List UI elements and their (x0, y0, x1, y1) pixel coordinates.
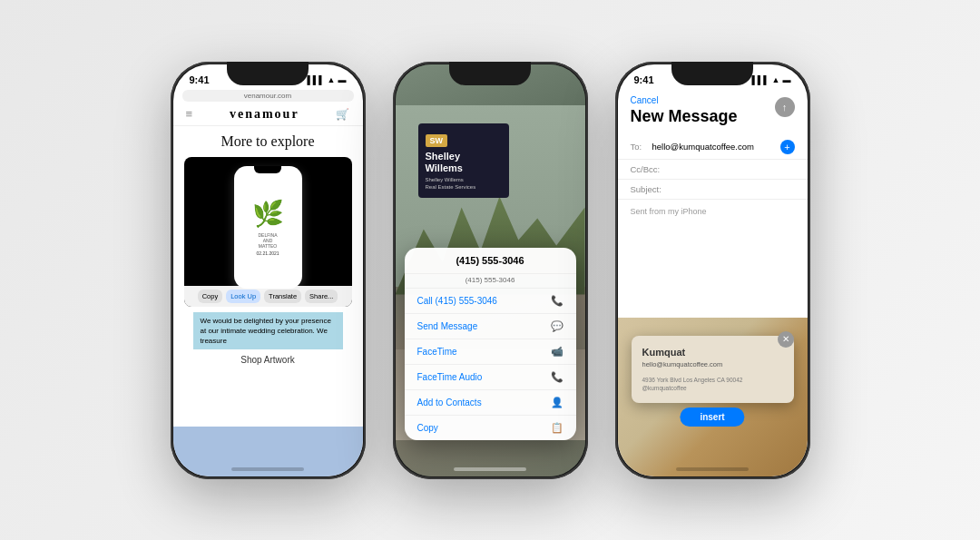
card-background: Kumquat hello@kumquatcoffee.com 4936 Yor… (618, 318, 808, 476)
business-card-area: Kumquat hello@kumquatcoffee.com 4936 Yor… (618, 318, 808, 476)
popup-copy[interactable]: Copy 📋 (405, 416, 576, 440)
to-value: hello@kumquatcoffee.com (652, 142, 754, 152)
url-text: venamour.com (244, 92, 291, 100)
inner-card-text: DELFINAANDMATTEO (258, 232, 277, 249)
logo: venamour (230, 107, 299, 122)
leaves-decoration: 🌿 (252, 199, 284, 229)
facetime-label: FaceTime (417, 347, 457, 357)
close-card-button[interactable]: ✕ (778, 331, 794, 348)
contact-popup: (415) 555-3046 (415) 555-3046 Call (415)… (405, 248, 576, 440)
popup-phone-number: (415) 555-3046 (405, 248, 576, 274)
wifi-icon: ▲ (328, 75, 336, 84)
main-scene: 9:41 ▌▌▌ ▲ ▬ venamour.com ≡ venamour 🛒 M… (0, 0, 980, 540)
ctx-copy[interactable]: Copy (198, 290, 223, 303)
status-bar-1: 9:41 ▌▌▌ ▲ ▬ (173, 64, 363, 90)
hamburger-icon[interactable]: ≡ (186, 107, 193, 121)
signal-icon: ▌▌▌ (307, 75, 324, 84)
phone1-content: More to explore 🌿 DELFINAANDMATTEO 02.21… (173, 126, 363, 373)
insert-button[interactable]: insert (680, 407, 744, 427)
cart-icon[interactable]: 🛒 (336, 108, 349, 121)
popup-call[interactable]: Call (415) 555-3046 📞 (405, 289, 576, 314)
send-button[interactable]: ↑ (775, 97, 795, 117)
status-icons-3: ▌▌▌ ▲ ▬ (751, 75, 790, 84)
call-icon: 📞 (551, 295, 564, 307)
message-icon: 💬 (551, 320, 564, 332)
facetime-icon: 📹 (551, 346, 564, 358)
add-recipient-button[interactable]: + (780, 140, 795, 154)
biz-card-email: hello@kumquatcoffee.com (642, 360, 783, 368)
ctx-share[interactable]: Share... (305, 290, 338, 303)
time-1: 9:41 (190, 74, 210, 85)
call-label: Call (415) 555-3046 (417, 296, 497, 306)
cc-bcc-field[interactable]: Cc/Bcc: (618, 160, 808, 180)
facetime-audio-icon: 📞 (551, 371, 564, 383)
status-bar-2 (396, 64, 585, 90)
heading: More to explore (184, 133, 352, 150)
inner-phone: 🌿 DELFINAANDMATTEO 02.21.2021 (234, 166, 302, 289)
highlighted-text: We would be delighted by your presence a… (193, 312, 343, 350)
ctx-lookup[interactable]: Look Up (226, 290, 260, 303)
biz-card-address: 4936 York Blvd Los Angeles CA 90042@kumq… (642, 376, 783, 392)
copy-icon: 📋 (551, 422, 564, 434)
time-3: 9:41 (634, 74, 654, 85)
wifi-icon-3: ▲ (772, 75, 780, 84)
email-body[interactable]: Sent from my iPhone (618, 200, 808, 223)
subject-label: Subject: (631, 184, 662, 194)
phone-3: 9:41 ▌▌▌ ▲ ▬ Cancel New Message ↑ To: he… (615, 62, 810, 479)
phone-1: 9:41 ▌▌▌ ▲ ▬ venamour.com ≡ venamour 🛒 M… (171, 62, 366, 479)
battery-icon: ▬ (338, 75, 347, 84)
to-field[interactable]: To: hello@kumquatcoffee.com + (618, 135, 808, 160)
product-card: 🌿 DELFINAANDMATTEO 02.21.2021 Copy Look … (184, 157, 352, 307)
inner-notch (254, 166, 281, 173)
cancel-button[interactable]: Cancel (631, 95, 795, 105)
home-bar-2 (454, 467, 526, 471)
popup-facetime-audio[interactable]: FaceTime Audio 📞 (405, 365, 576, 390)
sign-initials: SW (426, 134, 448, 147)
nav-bar: ≡ venamour 🛒 (173, 105, 363, 126)
add-contacts-label: Add to Contacts (417, 398, 482, 407)
phone-2: SW ShelleyWillems Shelley WillemsReal Es… (393, 62, 588, 479)
home-bar-1 (231, 467, 304, 471)
facetime-audio-label: FaceTime Audio (417, 372, 483, 382)
status-icons-1: ▌▌▌ ▲ ▬ (307, 75, 346, 84)
body-text: Sent from my iPhone (631, 207, 707, 216)
home-bar-3 (676, 467, 749, 471)
subject-field[interactable]: Subject: (618, 180, 808, 200)
add-contacts-icon: 👤 (551, 397, 564, 408)
copy-label: Copy (417, 423, 438, 433)
signal-icon-3: ▌▌▌ (751, 75, 769, 84)
popup-phone-sub: (415) 555-3046 (405, 274, 576, 289)
popup-add-contacts[interactable]: Add to Contacts 👤 (405, 390, 576, 416)
business-card: Kumquat hello@kumquatcoffee.com 4936 Yor… (632, 336, 794, 403)
popup-message[interactable]: Send Message 💬 (405, 314, 576, 339)
context-menu: Copy Look Up Translate Share... (184, 286, 352, 307)
message-label: Send Message (417, 321, 478, 331)
inner-card-date: 02.21.2021 (256, 250, 279, 256)
new-message-header: Cancel New Message ↑ (618, 90, 808, 135)
battery-icon-3: ▬ (783, 75, 791, 84)
new-message-title: New Message (631, 107, 795, 126)
to-label: To: (631, 142, 649, 152)
url-bar[interactable]: venamour.com (182, 90, 354, 102)
cc-bcc-label: Cc/Bcc: (631, 164, 661, 174)
sign-subtitle: Shelley WillemsReal Estate Services (426, 177, 502, 191)
shop-artwork-label[interactable]: Shop Artwork (184, 355, 352, 365)
sign-name: ShelleyWillems (426, 151, 502, 174)
status-bar-3: 9:41 ▌▌▌ ▲ ▬ (618, 64, 808, 90)
popup-facetime[interactable]: FaceTime 📹 (405, 339, 576, 365)
ctx-translate[interactable]: Translate (264, 290, 301, 303)
biz-card-logo: Kumquat (642, 347, 783, 358)
realestate-sign: SW ShelleyWillems Shelley WillemsReal Es… (418, 123, 509, 199)
